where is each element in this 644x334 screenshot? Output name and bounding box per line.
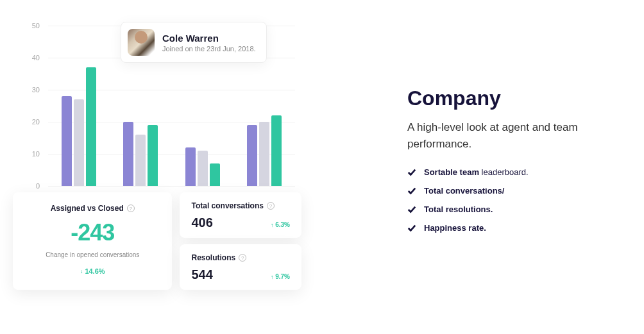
stat-assigned-closed[interactable]: Assigned vs Closed ? -243 Change in open… — [13, 192, 172, 290]
stat-value: 406 — [191, 215, 212, 230]
check-icon — [407, 224, 416, 233]
user-card[interactable]: Cole Warren Joined on the 23rd Jun, 2018… — [121, 22, 267, 63]
stat-desc: Change in opened conversations — [26, 251, 159, 258]
feature-text: Happiness rate. — [424, 223, 486, 233]
feature-item: Sortable team leaderboard. — [407, 167, 625, 177]
user-name: Cole Warren — [162, 33, 256, 44]
stat-change: ↓ 14.6% — [26, 267, 159, 275]
arrow-down-icon: ↓ — [80, 268, 83, 274]
stat-label: Total conversations ? — [191, 201, 290, 210]
bar[interactable] — [135, 135, 146, 186]
stat-change: ↑ 6.3% — [271, 221, 290, 228]
bar-group — [185, 147, 220, 186]
y-tick: 10 — [32, 150, 40, 158]
arrow-up-icon: ↑ — [271, 274, 274, 280]
stat-row: 544 ↑ 9.7% — [191, 267, 290, 282]
bar-group — [123, 122, 158, 186]
feature-text: Total resolutions. — [424, 205, 493, 214]
y-tick: 0 — [36, 182, 40, 190]
bar[interactable] — [123, 122, 133, 186]
stat-label: Resolutions ? — [191, 253, 290, 262]
y-tick: 40 — [32, 54, 40, 62]
section-title: Company — [407, 87, 625, 110]
stat-value: -243 — [26, 219, 159, 246]
bar[interactable] — [148, 125, 158, 186]
feature-item: Total conversations/ — [407, 186, 625, 196]
bar[interactable] — [74, 99, 84, 186]
info-icon[interactable]: ? — [239, 254, 246, 262]
stat-row: 406 ↑ 6.3% — [191, 215, 290, 230]
y-tick: 50 — [32, 22, 40, 29]
feature-list: Sortable team leaderboard.Total conversa… — [407, 167, 625, 233]
bar[interactable] — [210, 163, 220, 186]
avatar — [128, 29, 155, 56]
bar[interactable] — [62, 96, 72, 186]
stat-label-text: Assigned vs Closed — [51, 204, 124, 213]
arrow-up-icon: ↑ — [271, 222, 274, 228]
stat-value: 544 — [191, 267, 212, 282]
check-icon — [407, 168, 416, 177]
chart-card: Cole Warren Joined on the 23rd Jun, 2018… — [6, 6, 308, 212]
stat-total-conversations[interactable]: Total conversations ? 406 ↑ 6.3% — [180, 192, 301, 238]
bar[interactable] — [247, 125, 257, 186]
bar[interactable] — [86, 67, 96, 186]
stat-change-value: 9.7% — [275, 273, 290, 280]
small-stats-column: Total conversations ? 406 ↑ 6.3% Resolut… — [180, 192, 301, 290]
stat-resolutions[interactable]: Resolutions ? 544 ↑ 9.7% — [180, 244, 301, 290]
feature-text: Sortable team leaderboard. — [424, 167, 529, 177]
bar[interactable] — [198, 151, 208, 186]
y-tick: 20 — [32, 118, 40, 126]
check-icon — [407, 187, 416, 196]
user-joined: Joined on the 23rd Jun, 2018. — [162, 45, 256, 53]
feature-text: Total conversations/ — [424, 186, 504, 196]
stat-change: ↑ 9.7% — [271, 273, 290, 280]
feature-item: Happiness rate. — [407, 223, 625, 233]
bar[interactable] — [259, 122, 269, 186]
stats-row: Assigned vs Closed ? -243 Change in open… — [6, 192, 308, 290]
section-description: A high-level look at agent and team perf… — [407, 119, 625, 152]
company-section: Company A high-level look at agent and t… — [407, 87, 625, 242]
bar[interactable] — [185, 147, 196, 186]
feature-item: Total resolutions. — [407, 205, 625, 214]
user-info: Cole Warren Joined on the 23rd Jun, 2018… — [162, 33, 256, 53]
bar-group — [247, 115, 282, 186]
bar[interactable] — [271, 115, 282, 186]
grid-line — [48, 186, 295, 187]
y-axis: 01020304050 — [26, 26, 45, 186]
bar-group — [62, 67, 96, 186]
stat-change-value: 14.6% — [85, 267, 105, 275]
analytics-panel: Cole Warren Joined on the 23rd Jun, 2018… — [6, 6, 308, 290]
check-icon — [407, 205, 416, 214]
info-icon[interactable]: ? — [267, 202, 275, 210]
stat-label-text: Resolutions — [191, 253, 235, 262]
stat-change-value: 6.3% — [275, 221, 290, 228]
y-tick: 30 — [32, 86, 40, 94]
info-icon[interactable]: ? — [127, 205, 135, 212]
stat-label-text: Total conversations — [191, 201, 263, 210]
stat-label: Assigned vs Closed ? — [26, 204, 159, 213]
